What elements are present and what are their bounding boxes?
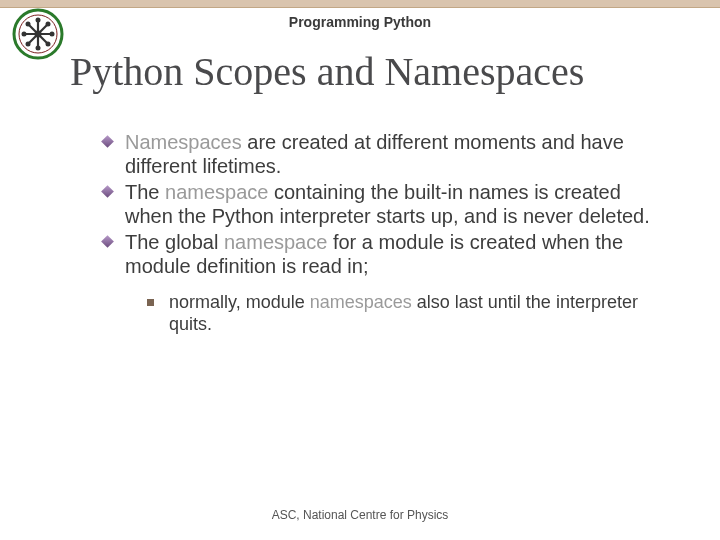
top-accent-band [0, 0, 720, 8]
footer-text: ASC, National Centre for Physics [0, 508, 720, 522]
svg-point-4 [36, 46, 41, 51]
keyword: namespace [165, 181, 268, 203]
svg-point-6 [50, 32, 55, 37]
bullet-pre: The global [125, 231, 224, 253]
header-subtitle: Programming Python [0, 14, 720, 30]
svg-point-10 [26, 42, 31, 47]
keyword: namespace [224, 231, 327, 253]
svg-point-5 [22, 32, 27, 37]
bullet-1: Namespaces are created at different mome… [105, 130, 660, 178]
keyword: namespaces [310, 292, 412, 312]
bullet-2: The namespace containing the built-in na… [105, 180, 660, 228]
bullet-pre: The [125, 181, 165, 203]
sub-bullet-1: normally, module namespaces also last un… [147, 292, 660, 335]
slide-title: Python Scopes and Namespaces [70, 48, 584, 95]
sub-pre: normally, module [169, 292, 310, 312]
bullet-3: The global namespace for a module is cre… [105, 230, 660, 278]
keyword: Namespaces [125, 131, 242, 153]
svg-point-2 [35, 31, 42, 38]
svg-point-8 [46, 42, 51, 47]
content-area: Namespaces are created at different mome… [105, 130, 660, 335]
